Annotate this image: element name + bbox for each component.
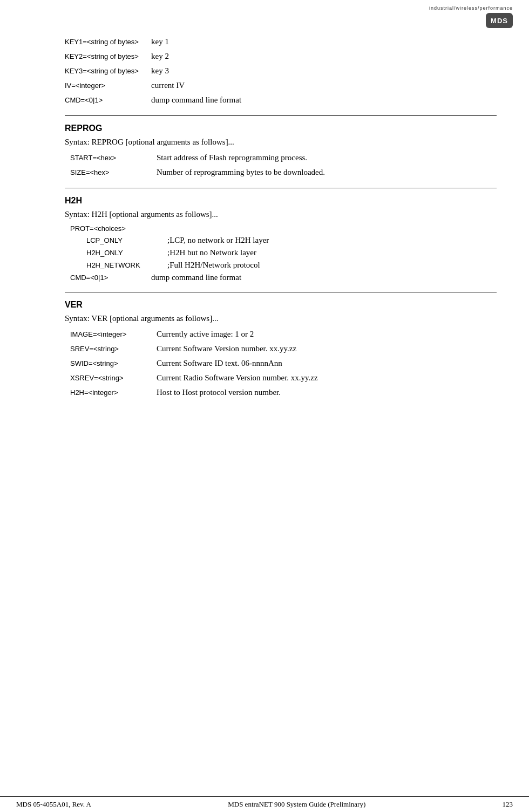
param-desc: key 3 [151, 66, 169, 76]
main-content: KEY1=<string of bytes> key 1 KEY2=<strin… [0, 31, 529, 414]
table-row: KEY2=<string of bytes> key 2 [65, 51, 497, 62]
table-row: KEY3=<string of bytes> key 3 [65, 65, 497, 77]
param-desc: Current Software ID text. 06-nnnnAnn [157, 359, 282, 368]
param-name: IMAGE=<integer> [70, 330, 157, 338]
param-name: SREV=<string> [70, 345, 157, 353]
param-name: XSREV=<string> [70, 374, 157, 382]
param-desc: dump command line format [151, 95, 241, 105]
table-row: KEY1=<string of bytes> key 1 [65, 36, 497, 47]
param-name: H2H=<integer> [70, 388, 157, 397]
param-desc: Host to Host protocol version number. [157, 388, 281, 397]
reprog-syntax: Syntax: REPROG [optional arguments as fo… [65, 138, 497, 147]
param-desc: Current Software Version number. xx.yy.z… [157, 344, 296, 353]
section-divider [65, 188, 497, 188]
section-divider [65, 292, 497, 292]
table-row: PROT=<choices> [70, 224, 497, 233]
h2h-heading: H2H [65, 196, 497, 206]
reprog-params: START=<hex> Start address of Flash repro… [65, 152, 497, 178]
top-params-table: KEY1=<string of bytes> key 1 KEY2=<strin… [65, 36, 497, 106]
section-divider [65, 115, 497, 116]
logo-area: industrial/wireless/performance MDS [429, 5, 513, 28]
table-row: SIZE=<hex> Number of reprogramming bytes… [70, 167, 497, 178]
param-name: KEY1=<string of bytes> [65, 38, 151, 46]
h2h-syntax: Syntax: H2H [optional arguments as follo… [65, 210, 497, 219]
param-name: H2H_NETWORK [86, 261, 167, 269]
table-row: IMAGE=<integer> Currently active image: … [70, 329, 497, 340]
table-row: CMD=<0|1> dump command line format [70, 273, 497, 282]
param-name: IV=<integer> [65, 81, 151, 90]
table-row: IV=<integer> current IV [65, 80, 497, 91]
ver-params: IMAGE=<integer> Currently active image: … [65, 329, 497, 398]
h2h-params: PROT=<choices> LCP_ONLY ;LCP, no network… [65, 224, 497, 282]
table-row: H2H_ONLY ;H2H but no Network layer [86, 248, 497, 257]
param-name: SWID=<string> [70, 359, 157, 367]
param-desc: current IV [151, 81, 185, 90]
table-row: SWID=<string> Current Software ID text. … [70, 358, 497, 369]
param-name: SIZE=<hex> [70, 168, 157, 176]
header-bar: industrial/wireless/performance MDS [0, 0, 529, 31]
param-desc: ;Full H2H/Network protocol [167, 261, 260, 270]
param-name: START=<hex> [70, 154, 157, 162]
param-name: CMD=<0|1> [70, 274, 151, 282]
param-desc: Currently active image: 1 or 2 [157, 330, 254, 339]
param-desc: Current Radio Software Version number. x… [157, 373, 318, 383]
param-desc: key 2 [151, 52, 169, 61]
param-name: H2H_ONLY [86, 249, 167, 257]
param-name: KEY2=<string of bytes> [65, 52, 151, 60]
prot-choices-block: LCP_ONLY ;LCP, no network or H2H layer H… [70, 236, 497, 270]
param-name: KEY3=<string of bytes> [65, 67, 151, 75]
mds-logo: MDS [486, 13, 513, 28]
footer-right: 123 [503, 800, 513, 809]
table-row: START=<hex> Start address of Flash repro… [70, 152, 497, 163]
table-row: H2H=<integer> Host to Host protocol vers… [70, 387, 497, 398]
param-desc: Number of reprogramming bytes to be down… [157, 168, 325, 177]
ver-syntax: Syntax: VER [optional arguments as follo… [65, 314, 497, 323]
page-footer: MDS 05-4055A01, Rev. A MDS entraNET 900 … [0, 796, 529, 812]
prot-choices-label: PROT=<choices> [70, 224, 126, 233]
table-row: SREV=<string> Current Software Version n… [70, 343, 497, 354]
param-desc: ;H2H but no Network layer [167, 248, 256, 257]
table-row: LCP_ONLY ;LCP, no network or H2H layer [86, 236, 497, 245]
ver-heading: VER [65, 300, 497, 310]
table-row: H2H_NETWORK ;Full H2H/Network protocol [86, 261, 497, 270]
logo-tagline: industrial/wireless/performance [429, 5, 513, 11]
param-name: LCP_ONLY [86, 236, 167, 244]
param-name: CMD=<0|1> [65, 96, 151, 104]
footer-left: MDS 05-4055A01, Rev. A [16, 800, 91, 809]
param-desc: ;LCP, no network or H2H layer [167, 236, 269, 245]
param-desc: dump command line format [151, 273, 241, 282]
reprog-heading: REPROG [65, 124, 497, 133]
footer-center: MDS entraNET 900 System Guide (Prelimina… [91, 800, 503, 809]
page-container: industrial/wireless/performance MDS KEY1… [0, 0, 529, 812]
param-desc: key 1 [151, 37, 169, 46]
table-row: XSREV=<string> Current Radio Software Ve… [70, 372, 497, 384]
table-row: CMD=<0|1> dump command line format [65, 94, 497, 106]
param-desc: Start address of Flash reprogramming pro… [157, 153, 307, 162]
